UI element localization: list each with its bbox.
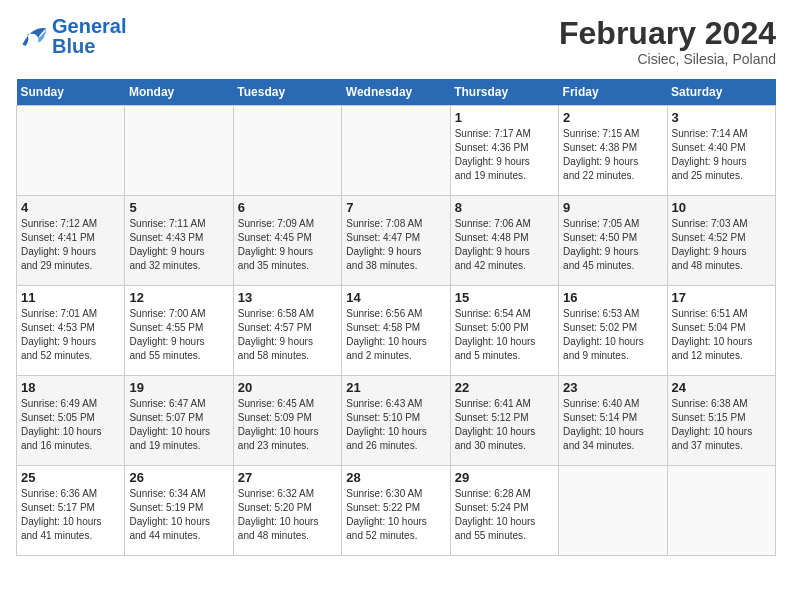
day-info: Sunrise: 7:09 AM Sunset: 4:45 PM Dayligh…	[238, 217, 337, 273]
day-info: Sunrise: 6:51 AM Sunset: 5:04 PM Dayligh…	[672, 307, 771, 363]
calendar-cell: 22Sunrise: 6:41 AM Sunset: 5:12 PM Dayli…	[450, 376, 558, 466]
calendar-cell: 14Sunrise: 6:56 AM Sunset: 4:58 PM Dayli…	[342, 286, 450, 376]
day-info: Sunrise: 7:06 AM Sunset: 4:48 PM Dayligh…	[455, 217, 554, 273]
calendar-cell: 16Sunrise: 6:53 AM Sunset: 5:02 PM Dayli…	[559, 286, 667, 376]
calendar-table: SundayMondayTuesdayWednesdayThursdayFrid…	[16, 79, 776, 556]
day-info: Sunrise: 6:34 AM Sunset: 5:19 PM Dayligh…	[129, 487, 228, 543]
day-info: Sunrise: 7:17 AM Sunset: 4:36 PM Dayligh…	[455, 127, 554, 183]
day-info: Sunrise: 6:38 AM Sunset: 5:15 PM Dayligh…	[672, 397, 771, 453]
day-number: 24	[672, 380, 771, 395]
day-number: 26	[129, 470, 228, 485]
day-info: Sunrise: 7:12 AM Sunset: 4:41 PM Dayligh…	[21, 217, 120, 273]
day-info: Sunrise: 6:40 AM Sunset: 5:14 PM Dayligh…	[563, 397, 662, 453]
day-info: Sunrise: 6:45 AM Sunset: 5:09 PM Dayligh…	[238, 397, 337, 453]
day-number: 11	[21, 290, 120, 305]
calendar-cell	[342, 106, 450, 196]
day-number: 12	[129, 290, 228, 305]
day-info: Sunrise: 7:11 AM Sunset: 4:43 PM Dayligh…	[129, 217, 228, 273]
day-info: Sunrise: 6:41 AM Sunset: 5:12 PM Dayligh…	[455, 397, 554, 453]
day-number: 27	[238, 470, 337, 485]
calendar-cell: 5Sunrise: 7:11 AM Sunset: 4:43 PM Daylig…	[125, 196, 233, 286]
day-number: 22	[455, 380, 554, 395]
day-number: 10	[672, 200, 771, 215]
calendar-cell: 18Sunrise: 6:49 AM Sunset: 5:05 PM Dayli…	[17, 376, 125, 466]
calendar-cell: 21Sunrise: 6:43 AM Sunset: 5:10 PM Dayli…	[342, 376, 450, 466]
calendar-cell: 23Sunrise: 6:40 AM Sunset: 5:14 PM Dayli…	[559, 376, 667, 466]
day-info: Sunrise: 6:28 AM Sunset: 5:24 PM Dayligh…	[455, 487, 554, 543]
calendar-cell: 3Sunrise: 7:14 AM Sunset: 4:40 PM Daylig…	[667, 106, 775, 196]
calendar-cell: 15Sunrise: 6:54 AM Sunset: 5:00 PM Dayli…	[450, 286, 558, 376]
weekday-header: Tuesday	[233, 79, 341, 106]
day-info: Sunrise: 6:56 AM Sunset: 4:58 PM Dayligh…	[346, 307, 445, 363]
day-number: 5	[129, 200, 228, 215]
calendar-cell	[17, 106, 125, 196]
day-number: 15	[455, 290, 554, 305]
day-info: Sunrise: 7:08 AM Sunset: 4:47 PM Dayligh…	[346, 217, 445, 273]
day-info: Sunrise: 6:43 AM Sunset: 5:10 PM Dayligh…	[346, 397, 445, 453]
weekday-header: Wednesday	[342, 79, 450, 106]
day-number: 16	[563, 290, 662, 305]
day-number: 1	[455, 110, 554, 125]
day-number: 20	[238, 380, 337, 395]
calendar-cell: 28Sunrise: 6:30 AM Sunset: 5:22 PM Dayli…	[342, 466, 450, 556]
day-info: Sunrise: 7:15 AM Sunset: 4:38 PM Dayligh…	[563, 127, 662, 183]
calendar-cell: 10Sunrise: 7:03 AM Sunset: 4:52 PM Dayli…	[667, 196, 775, 286]
page-title: February 2024	[559, 16, 776, 51]
day-info: Sunrise: 6:36 AM Sunset: 5:17 PM Dayligh…	[21, 487, 120, 543]
calendar-cell: 24Sunrise: 6:38 AM Sunset: 5:15 PM Dayli…	[667, 376, 775, 466]
weekday-header: Friday	[559, 79, 667, 106]
calendar-cell: 29Sunrise: 6:28 AM Sunset: 5:24 PM Dayli…	[450, 466, 558, 556]
day-info: Sunrise: 6:49 AM Sunset: 5:05 PM Dayligh…	[21, 397, 120, 453]
calendar-cell	[559, 466, 667, 556]
calendar-cell	[125, 106, 233, 196]
calendar-cell: 27Sunrise: 6:32 AM Sunset: 5:20 PM Dayli…	[233, 466, 341, 556]
calendar-cell	[233, 106, 341, 196]
day-info: Sunrise: 6:32 AM Sunset: 5:20 PM Dayligh…	[238, 487, 337, 543]
day-number: 8	[455, 200, 554, 215]
calendar-cell: 19Sunrise: 6:47 AM Sunset: 5:07 PM Dayli…	[125, 376, 233, 466]
calendar-cell: 25Sunrise: 6:36 AM Sunset: 5:17 PM Dayli…	[17, 466, 125, 556]
day-number: 4	[21, 200, 120, 215]
day-number: 18	[21, 380, 120, 395]
logo-icon	[16, 22, 48, 50]
weekday-header: Thursday	[450, 79, 558, 106]
calendar-cell: 6Sunrise: 7:09 AM Sunset: 4:45 PM Daylig…	[233, 196, 341, 286]
day-number: 9	[563, 200, 662, 215]
title-block: February 2024 Cisiec, Silesia, Poland	[559, 16, 776, 67]
calendar-cell: 1Sunrise: 7:17 AM Sunset: 4:36 PM Daylig…	[450, 106, 558, 196]
logo-text: General Blue	[52, 16, 126, 56]
weekday-header: Sunday	[17, 79, 125, 106]
day-number: 14	[346, 290, 445, 305]
page-subtitle: Cisiec, Silesia, Poland	[559, 51, 776, 67]
weekday-header: Saturday	[667, 79, 775, 106]
day-info: Sunrise: 6:53 AM Sunset: 5:02 PM Dayligh…	[563, 307, 662, 363]
day-info: Sunrise: 7:01 AM Sunset: 4:53 PM Dayligh…	[21, 307, 120, 363]
calendar-header: SundayMondayTuesdayWednesdayThursdayFrid…	[17, 79, 776, 106]
calendar-cell: 4Sunrise: 7:12 AM Sunset: 4:41 PM Daylig…	[17, 196, 125, 286]
day-number: 28	[346, 470, 445, 485]
day-number: 13	[238, 290, 337, 305]
calendar-cell: 20Sunrise: 6:45 AM Sunset: 5:09 PM Dayli…	[233, 376, 341, 466]
day-number: 7	[346, 200, 445, 215]
logo: General Blue	[16, 16, 126, 56]
day-number: 29	[455, 470, 554, 485]
weekday-header: Monday	[125, 79, 233, 106]
calendar-cell: 9Sunrise: 7:05 AM Sunset: 4:50 PM Daylig…	[559, 196, 667, 286]
day-info: Sunrise: 6:58 AM Sunset: 4:57 PM Dayligh…	[238, 307, 337, 363]
calendar-cell	[667, 466, 775, 556]
day-info: Sunrise: 7:03 AM Sunset: 4:52 PM Dayligh…	[672, 217, 771, 273]
day-info: Sunrise: 7:14 AM Sunset: 4:40 PM Dayligh…	[672, 127, 771, 183]
day-info: Sunrise: 7:05 AM Sunset: 4:50 PM Dayligh…	[563, 217, 662, 273]
day-info: Sunrise: 6:30 AM Sunset: 5:22 PM Dayligh…	[346, 487, 445, 543]
calendar-cell: 8Sunrise: 7:06 AM Sunset: 4:48 PM Daylig…	[450, 196, 558, 286]
calendar-cell: 13Sunrise: 6:58 AM Sunset: 4:57 PM Dayli…	[233, 286, 341, 376]
day-number: 25	[21, 470, 120, 485]
day-number: 2	[563, 110, 662, 125]
calendar-cell: 17Sunrise: 6:51 AM Sunset: 5:04 PM Dayli…	[667, 286, 775, 376]
calendar-cell: 2Sunrise: 7:15 AM Sunset: 4:38 PM Daylig…	[559, 106, 667, 196]
day-number: 17	[672, 290, 771, 305]
day-number: 3	[672, 110, 771, 125]
calendar-cell: 12Sunrise: 7:00 AM Sunset: 4:55 PM Dayli…	[125, 286, 233, 376]
day-info: Sunrise: 7:00 AM Sunset: 4:55 PM Dayligh…	[129, 307, 228, 363]
day-info: Sunrise: 6:47 AM Sunset: 5:07 PM Dayligh…	[129, 397, 228, 453]
